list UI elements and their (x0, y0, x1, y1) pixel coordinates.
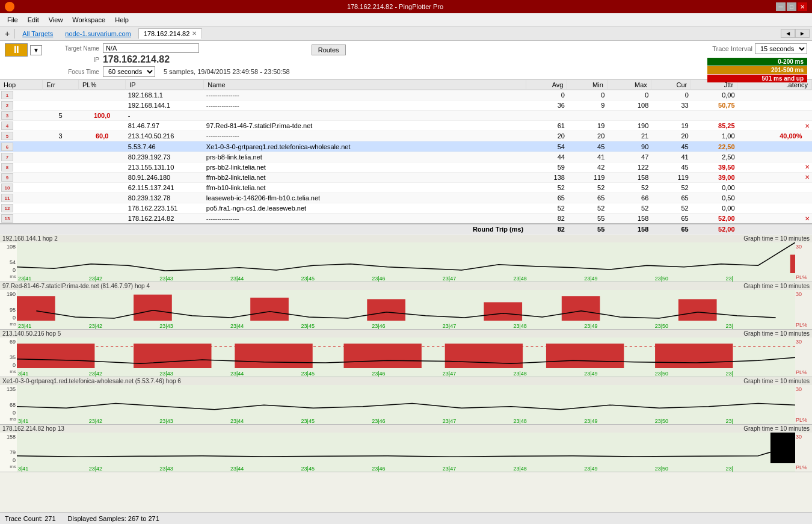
hop-graph-cell: 1 (0, 90, 43, 100)
graph-label: 97.Red-81-46-7.staticIP.rima-tde.net (81… (2, 283, 150, 289)
col-ip: IP (126, 80, 204, 90)
menu-file[interactable]: File (2, 15, 23, 25)
table-row[interactable]: 8213.155.131.10prs-bb2-link.telia.net594… (0, 162, 812, 172)
svg-rect-14 (235, 344, 312, 368)
graph-svg-container: 23|4123|4223|4323|4423|4523|4623|4723|48… (17, 242, 795, 282)
hop-graph-cell: 9 (0, 172, 43, 182)
hop-pl-cell (78, 100, 125, 111)
table-row[interactable]: 1062.115.137.241ffm-b10-link.telia.net52… (0, 182, 812, 193)
graph-x-labels: 3|4123|4223|4323|4423|4523|4623|4723|482… (17, 464, 795, 472)
hop-max-cell: 21 (607, 131, 651, 141)
tab-prev-button[interactable]: ◄ (781, 29, 795, 38)
hop-err-cell (43, 100, 79, 111)
hop-latency-cell (737, 193, 812, 203)
graph-header: 178.162.214.82 hop 13Graph time = 10 min… (0, 425, 812, 433)
round-trip-max: 158 (607, 224, 651, 235)
hop-pl-cell (78, 121, 125, 131)
table-row[interactable]: 65.53.7.46Xe1-0-3-0-grtpareq1.red.telefo… (0, 141, 812, 152)
hop-avg-cell: 0 (526, 90, 567, 100)
graph-time-label: Graph time = 10 minutes (743, 235, 810, 242)
hop-max-cell: 47 (607, 152, 651, 162)
maximize-button[interactable]: □ (787, 2, 796, 11)
graph-pl-side: 30PL% (795, 338, 812, 377)
graph-svg-container: 23|4123|4223|4323|4423|4523|4623|4723|48… (17, 290, 795, 329)
menu-edit[interactable]: Edit (23, 15, 44, 25)
table-row[interactable]: 5360,0213.140.50.216---------------20202… (0, 131, 812, 141)
graph-label: 192.168.144.1 hop 2 (2, 235, 58, 242)
hop-name-cell: 97.Red-81-46-7.staticIP.rima-tde.net (204, 121, 526, 131)
hop-cur-cell (651, 111, 691, 121)
hop-pl-cell: 60,0 (78, 131, 125, 141)
hop-cur-cell: 65 (651, 214, 691, 224)
hop-ip-cell: 192.168.144.1 (126, 100, 204, 111)
table-row[interactable]: 12178.162.223.151po5.fra1-ngn-cs1.de.lea… (0, 203, 812, 214)
tab-divider (14, 29, 15, 39)
tab-all-targets[interactable]: All Targets (17, 29, 58, 39)
target-name-label: Target Name (54, 45, 99, 52)
table-row[interactable]: 780.239.192.73prs-b8-link.telia.net44414… (0, 152, 812, 162)
minimize-button[interactable]: ─ (776, 2, 786, 11)
hop-avg-cell: 82 (526, 214, 567, 224)
hop-avg-cell: 20 (526, 131, 567, 141)
hop-ip-cell: 213.155.131.10 (126, 162, 204, 172)
graph-panel: 178.162.214.82 hop 13Graph time = 10 min… (0, 425, 812, 472)
title-bar: 178.162.214.82 - PingPlotter Pro ─ □ ✕ (0, 0, 812, 13)
close-button[interactable]: ✕ (798, 2, 807, 11)
graph-time-label: Graph time = 10 minutes (743, 330, 810, 337)
graph-header: 97.Red-81-46-7.staticIP.rima-tde.net (81… (0, 282, 812, 290)
hop-err-cell (43, 193, 79, 203)
hop-max-cell: 66 (607, 193, 651, 203)
menu-help[interactable]: Help (110, 15, 134, 25)
hop-cur-cell: 52 (651, 182, 691, 193)
hop-table: Hop Err PL% IP Name Avg Min Max Cur Jttr… (0, 80, 812, 235)
tab-close-icon[interactable]: ✕ (192, 30, 197, 37)
col-max: Max (607, 80, 651, 90)
hop-latency-cell (737, 152, 812, 162)
hop-err-cell (43, 141, 79, 152)
pause-dropdown-button[interactable]: ▼ (30, 45, 42, 55)
hop-name-cell (204, 111, 526, 121)
table-row[interactable]: 2192.168.144.1---------------3691083350,… (0, 100, 812, 111)
graph-area: 192.168.144.1 hop 2Graph time = 10 minut… (0, 235, 812, 512)
hop-cur-cell: 41 (651, 152, 691, 162)
graph-svg-container: 3|4123|4223|4323|4423|4523|4623|4723|482… (17, 338, 795, 377)
hop-jttr-cell: 0,00 (691, 90, 737, 100)
table-row[interactable]: 1192.168.1.1---------------00000,00 (0, 90, 812, 100)
hop-jttr-cell: 39,50 (691, 162, 737, 172)
hop-max-cell: 190 (607, 121, 651, 131)
pause-button[interactable]: ⏸ (5, 43, 28, 57)
hop-name-cell: --------------- (204, 90, 526, 100)
table-row[interactable]: 980.91.246.180ffm-bb2-link.telia.net1381… (0, 172, 812, 182)
hop-avg-cell: 52 (526, 182, 567, 193)
table-row[interactable]: 481.46.7.9797.Red-81-46-7.staticIP.rima-… (0, 121, 812, 131)
tab-node1[interactable]: node-1.survarium.com (60, 29, 135, 39)
svg-rect-12 (17, 344, 94, 368)
hop-name-cell: --------------- (204, 131, 526, 141)
target-name-input[interactable] (103, 43, 199, 53)
table-row[interactable]: 1180.239.132.78leaseweb-ic-146206-ffm-b1… (0, 193, 812, 203)
graph-time-label: Graph time = 10 minutes (743, 378, 810, 384)
menu-view[interactable]: View (44, 15, 68, 25)
round-trip-jttr: 52,00 (691, 224, 737, 235)
focus-time-label: Focus Time (54, 69, 99, 75)
hop-min-cell: 119 (567, 172, 607, 182)
table-row[interactable]: 13178.162.214.82---------------825515865… (0, 214, 812, 224)
hop-cur-cell: 45 (651, 162, 691, 172)
focus-time-select[interactable]: 60 seconds 5 minutes 10 minutes 30 minut… (103, 66, 155, 77)
hop-min-cell: 52 (567, 182, 607, 193)
add-target-button[interactable]: + (2, 29, 12, 39)
tab-next-button[interactable]: ► (795, 29, 810, 38)
round-trip-min: 55 (567, 224, 607, 235)
graph-label: 178.162.214.82 hop 13 (2, 425, 64, 432)
hop-cur-cell: 65 (651, 193, 691, 203)
menu-workspace[interactable]: Workspace (67, 15, 110, 25)
graph-header: 192.168.144.1 hop 2Graph time = 10 minut… (0, 235, 812, 242)
tab-active[interactable]: 178.162.214.82 ✕ (138, 28, 202, 39)
trace-interval-select[interactable]: 15 seconds 5 seconds 10 seconds 30 secon… (755, 43, 807, 54)
displayed-samples: Displayed Samples: 267 to 271 (68, 515, 159, 522)
hop-name-cell: --------------- (204, 100, 526, 111)
hop-cur-cell: 33 (651, 100, 691, 111)
routes-button[interactable]: Routes (312, 45, 346, 55)
hop-ip-cell: 80.239.132.78 (126, 193, 204, 203)
table-row[interactable]: 35100,0- (0, 111, 812, 121)
